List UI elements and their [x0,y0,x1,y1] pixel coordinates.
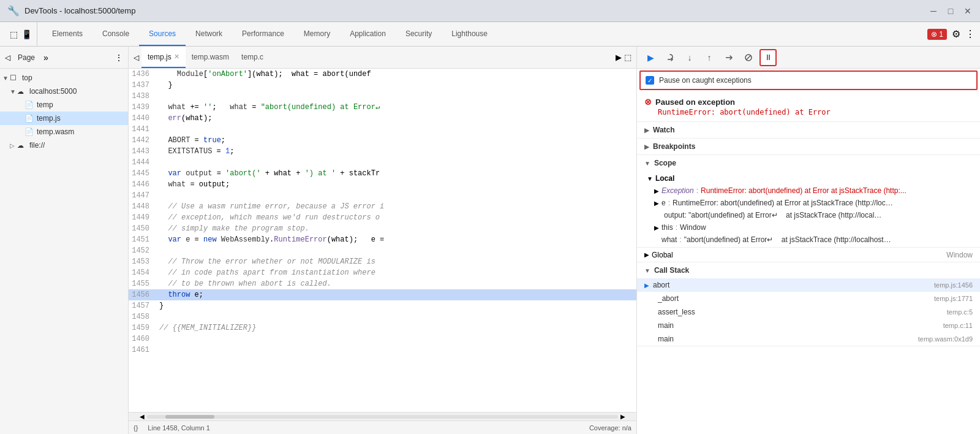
inspect-icon[interactable]: ⬚ [10,29,18,39]
code-tab-prev-icon[interactable]: ◁ [131,53,141,62]
cursor-position: Line 1458, Column 1 [148,424,210,432]
watch-header[interactable]: ▶ Watch [637,122,980,138]
tab-elements[interactable]: Elements [42,22,92,46]
code-content: 1436 Module['onAbort'](what); what = abo… [129,69,636,412]
call-stack-main1[interactable]: main temp.c:11 [637,319,980,332]
tab-memory[interactable]: Memory [294,22,340,46]
code-snippets-icon[interactable]: ⬚ [624,53,631,62]
code-line-1445: 1445 var output = 'abort(' + what + ') a… [129,168,636,179]
call-stack-abort[interactable]: ▶ abort temp.js:1456 [637,278,980,292]
tab-sources[interactable]: Sources [139,22,186,46]
tab-console[interactable]: Console [92,22,139,46]
call-stack-arrow-icon: ▼ [644,267,650,274]
sidebar-collapse-icon[interactable]: ◁ [5,53,10,62]
tree-item-top[interactable]: ▼ ☐ top [0,71,128,85]
code-line-1458: 1458 [129,311,636,322]
deactivate-breakpoints-button[interactable] [740,49,757,66]
pause-exceptions-checkbox[interactable]: ✓ [646,76,654,85]
scroll-right-arrow[interactable]: ▶ [620,413,625,420]
code-line-1438: 1438 [129,91,636,102]
call-stack-main2[interactable]: main temp.wasm:0x1d9 [637,332,980,346]
main-tabbar: ⬚ 📱 Elements Console Sources Network Per… [0,22,980,47]
code-tabs: ◁ temp.js ✕ temp.wasm temp.c ▶ ⬚ [129,47,636,69]
code-line-1441: 1441 [129,124,636,135]
pause-exceptions-bar: ✓ Pause on caught exceptions [639,70,978,90]
code-line-1449: 1449 // exception, which means we'd run … [129,212,636,223]
call-stack-assert-less[interactable]: assert_less temp.c:5 [637,305,980,319]
call-stack-header[interactable]: ▼ Call Stack [637,262,980,278]
device-icon[interactable]: 📱 [21,29,32,39]
scope-e-output: output: "abort(undefined) at Error↵ at j… [637,209,980,221]
code-panel: ◁ temp.js ✕ temp.wasm temp.c ▶ ⬚ 1436 Mo… [129,47,637,434]
scope-header[interactable]: ▼ Scope [637,155,980,171]
code-line-1450: 1450 // simply make the program stop. [129,223,636,234]
scope-e-item[interactable]: ▶ e : RuntimeError: abort(undefined) at … [637,197,980,209]
maximize-button[interactable]: □ [946,6,956,16]
step-over-button[interactable] [662,49,679,66]
right-panel-scroll: ⊗ Paused on exception RuntimeError: abor… [637,92,980,434]
settings-icon[interactable]: ⚙ [952,28,960,40]
breakpoints-section: ▶ Breakpoints [637,139,980,155]
tree-item-file[interactable]: ▷ ☁ file:// [0,139,128,152]
scope-what-item[interactable]: ▶ what : "abort(undefined) at Error↵ at … [637,234,980,246]
breakpoints-header[interactable]: ▶ Breakpoints [637,139,980,154]
tree-label-tempjs: temp.js [37,114,61,123]
tab-performance[interactable]: Performance [232,22,294,46]
code-line-1452: 1452 [129,245,636,256]
close-button[interactable]: ✕ [963,6,973,16]
error-count-badge[interactable]: ⊗ 1 [927,29,947,40]
call-stack-abort2[interactable]: _abort temp.js:1771 [637,292,980,305]
global-row[interactable]: ▶ Global Window [637,248,980,262]
exception-header: ⊗ Paused on exception RuntimeError: abor… [637,92,980,122]
tab-security[interactable]: Security [396,22,442,46]
scrollbar-thumb[interactable] [165,415,214,419]
tab-application[interactable]: Application [340,22,396,46]
exception-message: RuntimeError: abort(undefined) at Error [644,108,973,116]
main-container: ◁ Page » ⋮ ▼ ☐ top ▼ ☁ localhost:5000 [0,47,980,434]
minimize-button[interactable]: ─ [929,6,938,16]
scroll-left-arrow[interactable]: ◀ [140,413,145,420]
tree-item-tempwasm[interactable]: 📄 temp.wasm [0,125,128,139]
code-line-1455: 1455 // to be thrown when abort is calle… [129,278,636,289]
coverage-status: Coverage: n/a [589,424,631,432]
code-line-1457: 1457 } [129,300,636,311]
tree-icon-top: ☐ [10,74,20,82]
tree-item-temp[interactable]: 📄 temp [0,98,128,112]
tree-item-tempjs[interactable]: 📄 temp.js [0,112,128,125]
tab-lighthouse[interactable]: Lighthouse [442,22,497,46]
right-panel: ▶ ↓ ↑ ⏸ ✓ Pause on caught exceptions ⊗ [637,47,980,434]
code-line-1440: 1440 err(what); [129,113,636,124]
code-line-1451: 1451 var e = new WebAssembly.RuntimeErro… [129,234,636,245]
step-button[interactable] [720,49,737,66]
code-tab-tempjs[interactable]: temp.js ✕ [141,47,186,68]
code-line-1448: 1448 // Use a wasm runtime error, becaus… [129,201,636,212]
scope-exception-item[interactable]: ▶ Exception : RuntimeError: abort(undefi… [637,185,980,197]
code-tab-tempc[interactable]: temp.c [235,47,270,68]
code-line-1461: 1461 [129,345,636,356]
step-out-button[interactable]: ↑ [701,49,718,66]
pause-exceptions-label: Pause on caught exceptions [659,76,752,85]
svg-line-2 [746,55,751,60]
sidebar-menu-icon[interactable]: ⋮ [115,53,123,63]
code-tab-tempwasm[interactable]: temp.wasm [186,47,235,68]
code-line-1453: 1453 // Throw the error whether or not M… [129,256,636,267]
format-icon[interactable]: {} [134,424,138,432]
sidebar-page-button[interactable]: Page [13,52,40,63]
tree-item-localhost[interactable]: ▼ ☁ localhost:5000 [0,85,128,98]
scope-this-item[interactable]: ▶ this : Window [637,221,980,234]
pause-on-exceptions-button[interactable]: ⏸ [760,49,777,66]
step-into-button[interactable]: ↓ [681,49,698,66]
more-options-icon[interactable]: ⋮ [965,28,975,40]
tab-network[interactable]: Network [186,22,232,46]
sidebar-more-icon[interactable]: » [43,53,48,63]
code-run-icon[interactable]: ▶ [616,53,622,62]
code-line-1460: 1460 [129,333,636,345]
resume-button[interactable]: ▶ [642,49,659,66]
scope-local-header[interactable]: ▼ Local [637,172,980,185]
code-tab-close-tempjs[interactable]: ✕ [174,53,179,61]
code-line-1446: 1446 what = output; [129,179,636,190]
horizontal-scrollbar[interactable]: ◀ ▶ [129,412,636,421]
tree-icon-file: ☁ [17,142,27,150]
code-line-1436: 1436 Module['onAbort'](what); what = abo… [129,69,636,80]
tree-icon-localhost: ☁ [17,88,27,96]
